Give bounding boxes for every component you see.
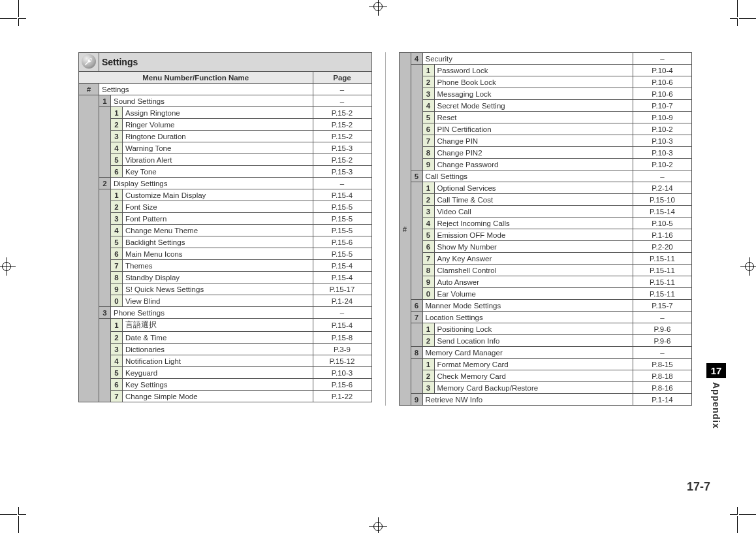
- item-page: P.10-2: [633, 159, 692, 170]
- item-num: 7: [422, 135, 434, 147]
- side-tab: 17 Appendix: [706, 363, 726, 431]
- item-name: Dictionaries: [123, 344, 313, 355]
- item-name: Format Memory Card: [434, 359, 633, 370]
- item-page: P.10-7: [633, 100, 692, 112]
- item-page: P.15-6: [313, 236, 371, 248]
- group-num: 1: [99, 95, 111, 107]
- item-name: Date & Time: [123, 332, 313, 344]
- item-num: 3: [111, 213, 123, 225]
- item-page: P.10-3: [633, 147, 692, 159]
- item-num: 5: [422, 112, 434, 123]
- crop-mark: [0, 514, 17, 515]
- item-name: Ringer Volume: [123, 119, 313, 131]
- indent-col: [411, 323, 422, 347]
- item-num: 6: [422, 241, 434, 253]
- item-page: P.10-4: [633, 65, 692, 76]
- item-name: Key Tone: [123, 166, 313, 178]
- crop-mark: [730, 507, 738, 515]
- item-name: View Blind: [123, 295, 313, 307]
- settings-table-left: Settings Menu Number/Function Name Page …: [78, 52, 372, 402]
- item-num: 4: [111, 142, 123, 154]
- item-name: Themes: [123, 260, 313, 272]
- item-page: P.15-11: [633, 253, 692, 265]
- group-page: –: [313, 95, 371, 107]
- item-page: P.15-11: [633, 265, 692, 276]
- column-divider: [385, 52, 386, 406]
- indent-col: [99, 189, 111, 307]
- item-name: Messaging Lock: [434, 88, 633, 100]
- item-num: 1: [111, 189, 123, 201]
- item-num: 9: [422, 276, 434, 288]
- item-name: Customize Main Display: [123, 189, 313, 201]
- item-name: Check Memory Card: [434, 370, 633, 382]
- item-num: 9: [111, 283, 123, 295]
- group-name: Retrieve NW Info: [422, 394, 633, 406]
- item-num: 3: [422, 88, 434, 100]
- item-num: 2: [422, 76, 434, 88]
- item-name: Password Lock: [434, 65, 633, 76]
- group-num: 5: [411, 170, 422, 182]
- item-num: 1: [422, 182, 434, 194]
- crop-mark: [739, 514, 756, 515]
- group-name: Sound Settings: [111, 95, 313, 107]
- indent-col: [411, 65, 422, 170]
- item-page: P.15-8: [313, 332, 371, 344]
- item-page: P.1-16: [633, 229, 692, 241]
- item-page: P.8-15: [633, 359, 692, 370]
- indent-col: [411, 359, 422, 394]
- item-name: Change PIN: [434, 135, 633, 147]
- item-name: Positioning Lock: [434, 323, 633, 335]
- item-page: P.15-5: [313, 225, 371, 236]
- group-num: 6: [411, 300, 422, 312]
- item-page: P.15-11: [633, 276, 692, 288]
- item-page: P.15-3: [313, 166, 371, 178]
- crop-mark: [737, 516, 738, 533]
- crop-mark: [739, 18, 756, 19]
- item-name: S! Quick News Settings: [123, 283, 313, 295]
- item-page: P.15-5: [313, 201, 371, 213]
- item-name: 言語選択: [123, 319, 313, 332]
- item-num: 1: [422, 65, 434, 76]
- item-num: 6: [111, 248, 123, 260]
- item-num: 6: [111, 166, 123, 178]
- item-page: P.15-17: [313, 283, 371, 295]
- group-name: Phone Settings: [111, 307, 313, 319]
- item-page: P.10-6: [633, 76, 692, 88]
- group-page: –: [313, 178, 371, 189]
- item-page: P.15-10: [633, 194, 692, 206]
- item-name: Backlight Settings: [123, 236, 313, 248]
- item-num: 4: [422, 218, 434, 229]
- root-page: –: [313, 84, 371, 95]
- item-num: 1: [422, 323, 434, 335]
- item-num: 2: [111, 332, 123, 344]
- header-function: Menu Number/Function Name: [79, 72, 313, 84]
- item-page: P.15-2: [313, 131, 371, 142]
- item-name: Notification Light: [123, 355, 313, 367]
- item-page: P.9-6: [633, 335, 692, 347]
- item-name: Auto Answer: [434, 276, 633, 288]
- item-num: 2: [111, 119, 123, 131]
- item-num: 1: [111, 319, 123, 332]
- crop-mark: [730, 18, 738, 26]
- item-name: Standby Display: [123, 272, 313, 283]
- item-num: 4: [422, 100, 434, 112]
- item-page: P.15-4: [313, 189, 371, 201]
- item-name: Change Password: [434, 159, 633, 170]
- group-name: Security: [422, 53, 633, 65]
- group-page: –: [313, 307, 371, 319]
- item-page: P.10-6: [633, 88, 692, 100]
- group-page: –: [633, 347, 692, 359]
- group-name: Manner Mode Settings: [422, 300, 633, 312]
- item-name: Show My Number: [434, 241, 633, 253]
- group-num: 9: [411, 394, 422, 406]
- item-name: Memory Card Backup/Restore: [434, 382, 633, 394]
- hash-cell: #: [79, 84, 99, 95]
- root-name: Settings: [99, 84, 313, 95]
- item-num: 5: [422, 229, 434, 241]
- item-num: 1: [111, 107, 123, 119]
- item-name: Vibration Alert: [123, 154, 313, 166]
- group-name: Call Settings: [422, 170, 633, 182]
- item-name: Send Location Info: [434, 335, 633, 347]
- group-name: Display Settings: [111, 178, 313, 189]
- group-name: Location Settings: [422, 312, 633, 323]
